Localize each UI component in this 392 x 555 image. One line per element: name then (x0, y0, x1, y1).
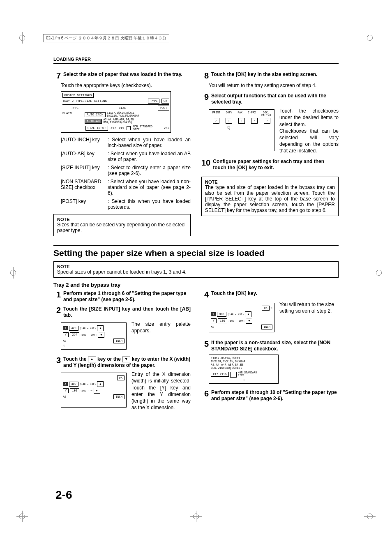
down-arrow-icon[interactable]: ▼ (94, 388, 100, 394)
checkbox[interactable] (127, 126, 131, 130)
up-arrow-icon[interactable]: ▲ (245, 311, 251, 317)
sizes-line: 11X17,8½X14,8½X11 (211, 357, 277, 360)
note-box: NOTE Special sizes of paper cannot be lo… (53, 261, 339, 278)
step-10: 10 Configure paper settings for each tra… (201, 159, 339, 171)
sizes-line: B5R,216x330(8½x13) (211, 366, 277, 370)
down-arrow-icon[interactable]: ▼ (98, 332, 104, 338)
step-number: 6 (201, 389, 209, 402)
sizes-line: A3,A4,A4R,A5R,B4,B5 (211, 363, 277, 366)
y-value: 100 (218, 318, 227, 323)
note-text: The type and size of paper loaded in the… (205, 184, 335, 213)
y-range: (100 ~ (81, 389, 90, 392)
post-button[interactable]: POST (158, 106, 169, 111)
divider (53, 63, 339, 64)
step-number: 4 (201, 290, 209, 299)
def-row: [AUTO-AB] key: Select when you have load… (61, 151, 191, 162)
step-b6: 6 Perform steps 8 through 10 of "Setting… (201, 389, 339, 402)
checkbox[interactable]: ✓ (226, 118, 232, 124)
checkbox[interactable]: ✓ (238, 118, 245, 124)
ab-tab[interactable]: AB (63, 339, 66, 343)
auto-ab-button[interactable]: AUTO-AB (85, 119, 102, 124)
auto-inch-button[interactable]: AUTO-INCH (85, 112, 106, 117)
step-9: 9 Select output functions that can be us… (201, 93, 339, 105)
sizes-text: 11X17,8½X14,8½X11 8½X11R,7¼X10½,5½X8½R (107, 112, 139, 117)
checkbox[interactable] (230, 372, 237, 378)
note-text: Special sizes of paper cannot be loaded … (57, 269, 335, 275)
def-row: [SIZE INPUT] key: Select to directly ent… (61, 165, 191, 176)
hand-pointer-icon: ☞ (90, 389, 92, 392)
size-button[interactable]: X17 Y11½ (211, 372, 229, 377)
non-standard-diagram: 11X17,8½X14,8½X11 8½X11R,7¼X10½,5½X8½R A… (209, 355, 279, 384)
step-number: 7 (53, 71, 61, 80)
step-b4: 4 Touch the [OK] key. (201, 290, 339, 299)
x-range: (148 ~ 432) (80, 383, 96, 386)
checkbox[interactable]: ✓ (213, 118, 219, 124)
ok-button[interactable]: OK (161, 99, 169, 104)
ab-tab[interactable]: AB (63, 395, 66, 398)
ab-tab[interactable]: AB (211, 325, 214, 329)
page: 02-1.fm 6 ページ ２００４年９月２８日 火曜日 午後１０時４３分 LO… (0, 0, 392, 555)
y-key[interactable]: Y (63, 332, 69, 337)
registration-mark-icon (7, 267, 19, 279)
note-text: Sizes that can be selected vary dependin… (57, 222, 187, 233)
note-label: NOTE (57, 217, 187, 222)
step-b2: 2 Touch the [SIZE INPUT] key and then to… (53, 306, 191, 318)
step-title: Touch the ▲ key or the ▼ key to enter th… (63, 356, 191, 368)
func-label: COPY (226, 111, 232, 117)
section-title: Setting the paper size when a special si… (53, 248, 339, 258)
x-key[interactable]: X (63, 326, 68, 330)
registration-mark-icon (190, 511, 202, 522)
registration-mark-icon (16, 32, 28, 44)
step-7: 7 Select the size of paper that was load… (53, 71, 191, 80)
non-standard-label: NON STANDARD SIZE (238, 371, 257, 377)
divider (53, 245, 339, 246)
step-number: 8 (201, 71, 209, 80)
func-label: PRINT (212, 111, 221, 117)
y-key[interactable]: Y (211, 318, 217, 323)
step-subtext: Touch the appropriate keys (checkboxes). (61, 82, 191, 89)
step-number: 2 (53, 306, 61, 318)
step-title: Select the size of paper that was loaded… (63, 71, 191, 80)
step-number: 9 (201, 93, 209, 105)
x-value: 300 (217, 312, 226, 317)
step-title: Perform steps 1 through 6 of "Setting th… (63, 290, 191, 303)
definition-list: [AUTO-INCH] key: Select when you have lo… (61, 137, 191, 210)
inch-tab[interactable]: INCH (261, 325, 272, 329)
type-button[interactable]: TYPE (148, 99, 159, 104)
def-row: [NON STANDARD SIZE] checkbox: Select whe… (61, 179, 191, 196)
subsection-title: Tray 2 and the bypass tray (53, 282, 339, 288)
y-value: 100 (70, 388, 79, 393)
up-arrow-icon[interactable]: ▲ (97, 381, 104, 387)
step-body: The size entry palette appears. (131, 321, 191, 353)
func-label: DOC. FILING (261, 111, 271, 117)
step-body: You will return to the size setting scre… (279, 301, 339, 336)
upper-columns: 7 Select the size of paper that was load… (53, 71, 339, 240)
ok-button[interactable]: OK (117, 375, 125, 380)
left-col: 7 Select the size of paper that was load… (53, 71, 191, 240)
up-arrow-icon[interactable]: ▲ (97, 325, 104, 331)
hand-pointer-icon: ☟ (211, 378, 277, 382)
ok-button[interactable]: OK (262, 306, 269, 311)
x-key[interactable]: X (211, 312, 216, 316)
step-subtext: You will return to the tray setting scre… (209, 82, 339, 89)
lower-columns: 1 Perform steps 1 through 6 of "Setting … (53, 290, 339, 411)
y-key[interactable]: Y (63, 388, 69, 393)
step-title: Perform steps 8 through 10 of "Setting t… (211, 389, 339, 402)
checkbox[interactable]: ✓ (264, 118, 270, 124)
size-input-button[interactable]: SIZE INPUT (85, 126, 108, 131)
non-standard-label: NON STANDARD SIZE (133, 125, 152, 131)
step-number: 3 (53, 356, 61, 368)
inch-tab[interactable]: INCH (113, 339, 125, 343)
inch-tab[interactable]: INCH (113, 394, 125, 399)
checkbox[interactable]: ✓ (251, 118, 258, 124)
down-arrow-icon[interactable]: ▼ (246, 318, 252, 324)
x-key[interactable]: X (63, 382, 68, 386)
hand-pointer-icon: ☜ (271, 306, 272, 310)
step-body: Entry of the X dimension (width) is init… (131, 371, 191, 411)
func-label: FAX (238, 111, 242, 117)
step-title: Touch the [SIZE INPUT] key and then touc… (63, 306, 191, 318)
x-value: 420 (69, 326, 78, 331)
x-range: (148 ~ 432) (80, 327, 96, 330)
size-label: SIZE (89, 106, 156, 110)
diagram-subtitle: TRAY 2 TYPE/SIZE SETTING (62, 99, 107, 103)
